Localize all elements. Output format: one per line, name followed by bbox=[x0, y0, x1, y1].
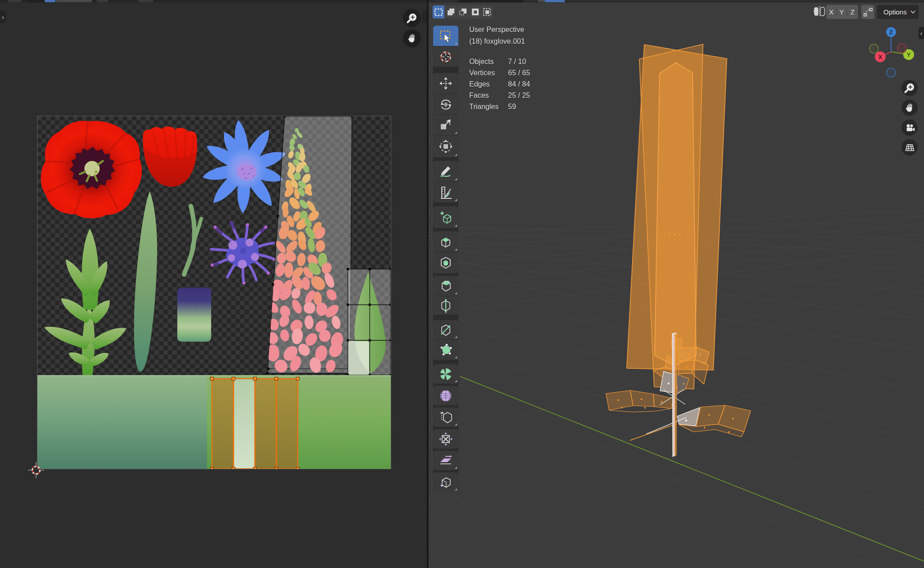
svg-text:Z: Z bbox=[889, 29, 893, 36]
svg-text:Y: Y bbox=[907, 51, 911, 58]
svg-text:X: X bbox=[878, 54, 882, 60]
